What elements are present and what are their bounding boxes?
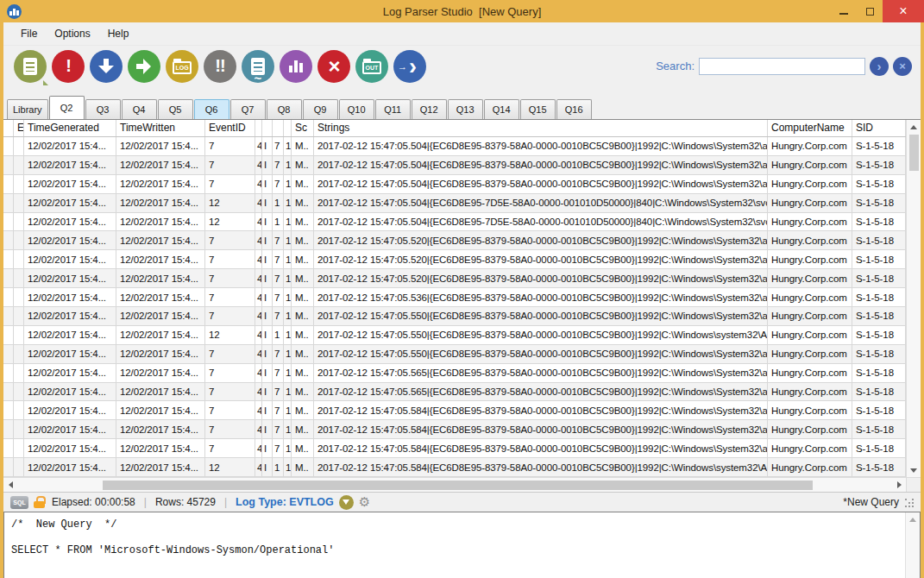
tab-q3[interactable]: Q3 [85,99,121,119]
tab-q13[interactable]: Q13 [448,99,483,119]
cell-eventlog [14,175,24,193]
dropdown-corner-icon [43,80,48,85]
lock-icon[interactable] [34,496,45,508]
table-row[interactable]: 12/02/2017 15:4...12/02/2017 15:4...74I7… [3,364,906,383]
table-row[interactable]: 12/02/2017 15:4...12/02/2017 15:4...124I… [3,194,906,213]
cell-eventlog [14,250,24,268]
table-row[interactable]: 12/02/2017 15:4...12/02/2017 15:4...74I7… [3,288,906,307]
table-row[interactable]: 12/02/2017 15:4...12/02/2017 15:4...74I7… [3,231,906,250]
gear-icon[interactable]: ⚙ [359,496,370,509]
powershell-button[interactable]: →› [393,50,426,83]
table-row[interactable]: 12/02/2017 15:4...12/02/2017 15:4...124I… [3,458,906,477]
tab-library[interactable]: Library [7,99,48,119]
scroll-right-button[interactable] [892,478,906,492]
column-header-eventlog[interactable]: Ev [14,120,24,136]
table-row[interactable]: 12/02/2017 15:4...12/02/2017 15:4...74I7… [3,156,906,175]
column-header-n2[interactable] [262,120,273,136]
cell-eventlog [14,326,24,344]
cell-sid: S-1-5-18 [852,401,906,419]
abort-all-button[interactable]: !! [204,50,236,83]
tab-q14[interactable]: Q14 [484,99,519,119]
search-clear-button[interactable]: × [893,57,912,76]
grid-vertical-scrollbar[interactable] [906,120,921,477]
table-row[interactable]: 12/02/2017 15:4...12/02/2017 15:4...74I7… [3,345,906,364]
cell-tg: 12/02/2017 15:4... [24,231,116,249]
grid-horizontal-scrollbar[interactable] [3,477,906,492]
cell-src: M.. [292,383,314,401]
tab-q4[interactable]: Q4 [122,99,157,119]
vertical-scroll-thumb[interactable] [909,135,919,171]
tab-q12[interactable]: Q12 [412,99,447,119]
cell-id: 7 [205,401,255,419]
column-header-tw[interactable]: TimeWritten [116,120,205,136]
table-row[interactable]: 12/02/2017 15:4...12/02/2017 15:4...74I7… [3,307,906,326]
cell-sel [3,307,14,325]
column-header-sid[interactable]: SID [852,120,906,136]
table-row[interactable]: 12/02/2017 15:4...12/02/2017 15:4...74I7… [3,401,906,420]
editor-scroll-up-button[interactable] [906,512,920,526]
tab-q9[interactable]: Q9 [303,99,338,119]
tab-q7[interactable]: Q7 [230,99,266,119]
table-row[interactable]: 12/02/2017 15:4...12/02/2017 15:4...74I7… [3,439,906,458]
tab-q11[interactable]: Q11 [375,99,411,119]
column-header-src[interactable]: Sc [292,120,314,136]
tab-q2[interactable]: Q2 [49,96,85,119]
tab-q10[interactable]: Q10 [339,99,374,119]
search-go-button[interactable]: › [870,57,889,76]
tab-q6[interactable]: Q6 [194,99,229,119]
table-row[interactable]: 12/02/2017 15:4...12/02/2017 15:4...74I7… [3,175,906,194]
menu-help[interactable]: Help [99,24,138,43]
query-editor[interactable]: /* New Query */ SELECT * FROM 'Microsoft… [3,512,921,578]
scroll-up-button[interactable] [907,120,921,134]
column-header-computer[interactable]: ComputerName [768,120,852,136]
column-header-n1[interactable] [255,120,262,136]
output-folder-button[interactable]: OUT [355,50,388,83]
table-row[interactable]: 12/02/2017 15:4...12/02/2017 15:4...124I… [3,213,906,232]
horizontal-scroll-thumb[interactable] [103,481,813,490]
table-row[interactable]: 12/02/2017 15:4...12/02/2017 15:4...74I7… [3,250,906,269]
maximize-button[interactable] [857,0,883,22]
column-header-n4[interactable] [284,120,292,136]
minimize-button[interactable] [831,0,857,22]
cell-strings: 2017-02-12 15:47:05.550|{EC6D8E95-8379-5… [314,307,768,325]
tab-q16[interactable]: Q16 [556,99,592,119]
menu-file[interactable]: File [12,24,46,43]
cell-n3: 1 [273,326,284,344]
new-query-button[interactable] [14,50,47,83]
log-type-dropdown-button[interactable] [339,495,354,510]
stop-query-button[interactable]: ! [52,50,85,83]
column-header-tg[interactable]: TimeGenerated [24,120,116,136]
cell-n1: 4 [255,137,262,155]
menu-options[interactable]: Options [46,24,98,43]
column-header-n3[interactable] [273,120,284,136]
close-button[interactable]: × [883,0,924,22]
scroll-left-button[interactable] [3,478,17,492]
table-row[interactable]: 12/02/2017 15:4...12/02/2017 15:4...74I7… [3,383,906,402]
column-header-id[interactable]: EventID [205,120,255,136]
tab-q15[interactable]: Q15 [520,99,556,119]
cell-src: M.. [292,194,314,212]
column-header-sel[interactable] [3,120,14,136]
query-text[interactable]: /* New Query */ SELECT * FROM 'Microsoft… [4,512,905,578]
run-query-button[interactable] [128,50,160,83]
search-input[interactable] [699,58,865,75]
tab-q8[interactable]: Q8 [267,99,302,119]
cell-n4: 1 [284,250,292,268]
table-row[interactable]: 12/02/2017 15:4...12/02/2017 15:4...74I7… [3,420,906,439]
table-row[interactable]: 12/02/2017 15:4...12/02/2017 15:4...74I7… [3,269,906,288]
table-row[interactable]: 12/02/2017 15:4...12/02/2017 15:4...124I… [3,326,906,345]
cell-id: 7 [205,345,255,363]
column-header-strings[interactable]: Strings [314,120,768,136]
resize-grip[interactable] [904,498,914,507]
chart-button[interactable] [280,50,312,83]
scroll-down-button[interactable] [907,463,921,477]
tab-q5[interactable]: Q5 [158,99,193,119]
table-row[interactable]: 12/02/2017 15:4...12/02/2017 15:4...74I7… [3,137,906,156]
close-query-button[interactable]: × [317,50,350,83]
open-log-folder-button[interactable]: LOG [166,50,198,83]
query-document-button[interactable]: ~ [242,50,274,83]
cell-sid: S-1-5-18 [852,458,906,476]
editor-scrollbar[interactable] [905,512,920,578]
cell-strings: 2017-02-12 15:47:05.584|{EC6D8E95-8379-5… [314,458,768,476]
download-button[interactable] [90,50,123,83]
